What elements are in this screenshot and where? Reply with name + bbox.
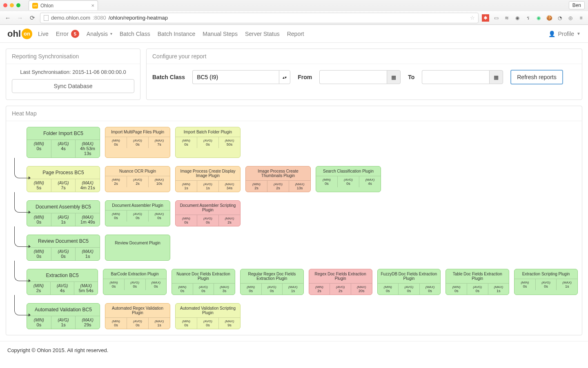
from-input[interactable] [319,70,387,84]
plugin-card[interactable]: Regex Doc Fields Extraction Plugin (MIN)… [309,269,372,295]
max-stat: (MAX)1s [283,284,303,295]
avg-stat: (AVG)4s [51,140,76,157]
plugin-card[interactable]: Automated Validation Scripting Plugin (M… [175,303,241,329]
logo[interactable]: ohl on [7,29,32,39]
stage-card[interactable]: Page Process BC5 (MIN)5s (AVG)7s (MAX)4m… [27,166,100,192]
chrome-profile-button[interactable]: Ben [569,1,585,9]
min-stat: (MIN)0s [241,284,262,295]
refresh-reports-button[interactable]: Refresh reports [510,70,563,84]
stage-card[interactable]: Automated Validation BC5 (MIN)0s (AVG)1s… [27,303,100,329]
back-icon[interactable]: ← [3,14,12,21]
max-stat: (MAX)13s [289,181,310,192]
stage-title: Automated Validation BC5 [27,304,100,316]
close-window-icon[interactable] [3,3,7,7]
stage-title: Review Document BC5 [27,235,100,247]
nav-item-batch-instance[interactable]: Batch Instance [158,31,196,37]
batch-class-input[interactable] [192,70,279,84]
ext-icon[interactable]: ◎ [567,14,574,22]
avg-stat: (AVG)0s [127,137,149,148]
nav-item-report[interactable]: Report [287,31,304,37]
plugin-card[interactable]: Extraction Scripting Plugin (MIN)0s (AVG… [514,269,578,295]
avg-stat: (AVG)1s [51,316,76,329]
avg-stat: (AVG)0s [467,284,488,295]
browser-tab[interactable]: on Ohlon × [29,0,98,10]
maximize-window-icon[interactable] [16,3,20,7]
plugin-card[interactable]: Nuance OCR Plugin (MIN)2s (AVG)2s (MAX)1… [105,166,170,192]
nav-item-batch-class[interactable]: Batch Class [120,31,150,37]
avg-stat: (AVG)0s [262,284,283,295]
stage-card[interactable]: Document Assembly BC5 (MIN)0s (AVG)1s (M… [27,200,100,226]
ext-icon[interactable]: ✱ [482,14,489,22]
reload-icon[interactable]: ⟳ [28,14,37,22]
plugin-card[interactable]: Import MultiPage Files Plugin (MIN)0s (A… [105,127,170,158]
stage-card[interactable]: Extraction BC5 (MIN)2s (AVG)4s (MAX)5m 5… [27,269,98,295]
nav-item-label: Analysis [87,31,108,37]
nav-item-error[interactable]: Error5 [56,30,79,38]
min-stat: (MIN)0s [103,279,125,290]
plugin-title: Extraction Scripting Plugin [514,269,577,279]
nav-item-label: Live [38,31,49,37]
ext-icon[interactable]: 🍪 [546,14,553,22]
plugin-card[interactable]: FuzzyDB Doc Fields Extraction Plugin (MI… [377,269,441,295]
batch-class-select[interactable]: ▴▾ [192,70,290,84]
plugin-card[interactable]: Search Classification Plugin (MIN)0s (AV… [316,166,381,192]
forward-icon[interactable]: → [16,14,24,21]
heatmap-row: Extraction BC5 (MIN)2s (AVG)4s (MAX)5m 5… [27,269,578,295]
stage-card[interactable]: Folder Import BC5 (MIN)0s (AVG)4s (MAX)4… [27,127,100,158]
avg-stat: (AVG)1s [51,213,76,226]
avg-stat: (AVG)7s [51,179,76,192]
nav-item-label: Batch Class [120,31,150,37]
plugin-card[interactable]: Image Process Create Display Image Plugi… [175,166,241,192]
connector-icon [14,226,31,247]
page-icon [44,15,49,21]
plugin-card[interactable]: Nuance Doc Fields Extraction Plugin (MIN… [172,269,235,295]
calendar-icon[interactable]: ▦ [387,70,401,84]
nav-item-server-status[interactable]: Server Status [245,31,280,37]
min-stat: (MIN)5s [27,179,51,192]
menu-icon[interactable]: ≡ [577,14,585,22]
plugin-card[interactable]: Review Document Plugin [105,235,170,261]
batch-class-label: Batch Class [152,74,185,80]
heatmap-row: Folder Import BC5 (MIN)0s (AVG)4s (MAX)4… [27,127,578,158]
max-stat: (MAX)4m 21s [76,179,100,192]
sync-database-button[interactable]: Sync Database [12,79,134,93]
ext-icon[interactable]: ◔ [556,14,564,22]
select-toggle-icon[interactable]: ▴▾ [279,70,290,84]
max-stat: (MAX)29s [76,316,100,329]
plugin-card[interactable]: Image Process Create Thumbnails Plugin (… [245,166,311,192]
max-stat: (MAX)4s [359,176,381,187]
url-bar[interactable]: demo.ohlon.com:8080/ohlon/reporting-heat… [40,13,479,23]
ext-icon[interactable]: ◉ [535,14,542,22]
profile-menu[interactable]: 👤 Profile ▼ [548,31,581,37]
min-stat: (MIN)0s [27,140,51,157]
plugin-title: Automated Validation Scripting Plugin [176,304,240,317]
close-tab-icon[interactable]: × [91,2,94,9]
nav-item-manual-steps[interactable]: Manual Steps [203,31,238,37]
plugin-title: Regular Regex Doc Fields Extraction Plug… [241,269,303,283]
minimize-window-icon[interactable] [10,3,14,7]
plugin-card[interactable]: Document Assembler Scripting Plugin (MIN… [175,200,241,226]
plugin-card[interactable]: Automated Regex Validation Plugin (MIN)0… [105,303,170,329]
nav-item-label: Error [56,31,69,37]
to-input[interactable] [422,70,489,84]
max-stat: (MAX)7s [149,137,170,148]
star-icon[interactable]: ☆ [470,15,475,21]
from-date[interactable]: ▦ [319,70,401,84]
stage-card[interactable]: Review Document BC5 (MIN)0s (AVG)0s (MAX… [27,235,100,261]
nav-item-live[interactable]: Live [38,31,49,37]
plugin-card[interactable]: Document Assembler Plugin (MIN)0s (AVG)0… [105,200,170,226]
nav-item-analysis[interactable]: Analysis▾ [87,31,112,37]
min-stat: (MIN)0s [176,215,197,226]
plugin-card[interactable]: BarCode Extraction Plugin (MIN)0s (AVG)0… [103,269,167,295]
ext-icon[interactable]: ร [524,14,532,22]
calendar-icon[interactable]: ▦ [489,70,503,84]
plugin-card[interactable]: Regular Regex Doc Fields Extraction Plug… [240,269,304,295]
plugin-card[interactable]: Table Doc Fields Extraction Plugin (MIN)… [445,269,509,295]
max-stat: (MAX)1s [557,279,577,290]
ext-icon[interactable]: ▭ [492,14,500,22]
plugin-card[interactable]: Import Batch Folder Plugin (MIN)0s (AVG)… [175,127,241,158]
ext-icon[interactable]: ≋ [503,14,510,22]
min-stat: (MIN)1s [176,181,197,192]
ext-icon[interactable]: ◉ [514,14,521,22]
to-date[interactable]: ▦ [422,70,503,84]
